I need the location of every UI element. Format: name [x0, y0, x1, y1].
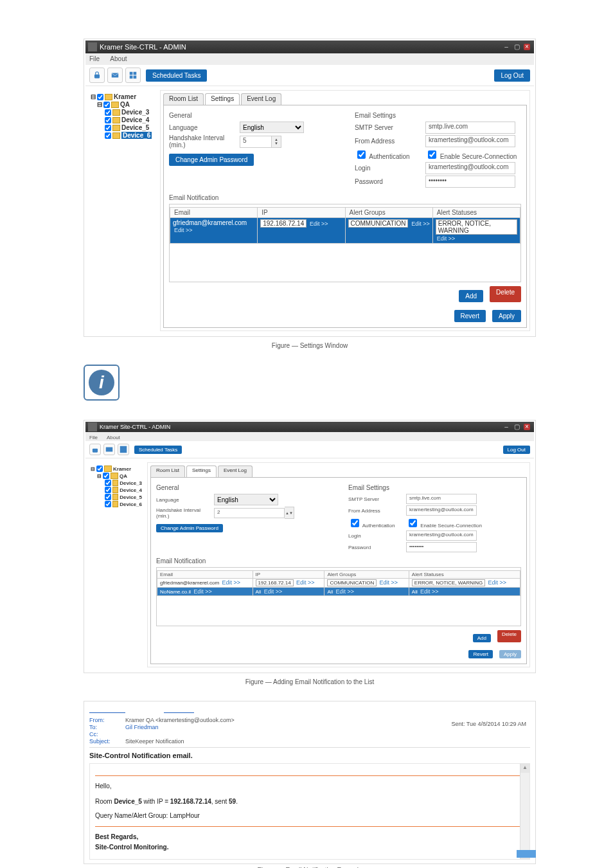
logout-button[interactable]: Log Out: [503, 446, 530, 454]
table-row[interactable]: gfriedman@kramerel.com Edit >> 192.168.7…: [170, 218, 520, 244]
edit-link[interactable]: Edit >>: [420, 588, 439, 595]
tree-device-5[interactable]: Device_5: [91, 124, 155, 131]
edit-link[interactable]: Edit >>: [336, 588, 355, 595]
edit-link[interactable]: Edit >>: [411, 221, 430, 227]
revert-button[interactable]: Revert: [468, 650, 493, 658]
change-password-button[interactable]: Change Admin Password: [156, 524, 223, 532]
toolbar-grid-icon[interactable]: [118, 444, 129, 455]
login-input[interactable]: kramertesting@outlook.com: [406, 530, 477, 541]
toolbar-mail-icon[interactable]: [107, 68, 123, 83]
from-input[interactable]: kramertesting@outlook.com: [406, 505, 477, 516]
menu-about[interactable]: About: [107, 435, 120, 440]
edit-link[interactable]: Edit >>: [437, 235, 456, 242]
delete-button[interactable]: Delete: [497, 630, 521, 642]
edit-link[interactable]: Edit >>: [488, 579, 506, 586]
tree-item-checkbox[interactable]: [105, 125, 111, 131]
tree-root-checkbox[interactable]: [97, 94, 103, 100]
tree-device-5[interactable]: Device_5: [91, 494, 142, 500]
language-select[interactable]: English: [214, 494, 278, 505]
tab-room-list[interactable]: Room List: [150, 466, 185, 477]
email-notification-heading: Email Notification: [169, 194, 521, 201]
tree-device-3[interactable]: Device_3: [91, 109, 155, 116]
edit-link[interactable]: Edit >>: [174, 227, 193, 233]
scheduled-tasks-button[interactable]: Scheduled Tasks: [146, 69, 207, 82]
scroll-up-icon[interactable]: ▲: [520, 764, 529, 773]
tree-device-6[interactable]: Device_6: [91, 132, 155, 139]
add-button[interactable]: Add: [459, 290, 483, 302]
maximize-icon[interactable]: ▢: [513, 424, 520, 430]
menu-about[interactable]: About: [110, 55, 127, 62]
password-input[interactable]: ••••••••: [425, 176, 515, 188]
email-regards2: Site-Control Monitoring.: [95, 844, 168, 851]
from-input[interactable]: kramertesting@outlook.com: [425, 135, 515, 147]
handshake-value[interactable]: 2: [214, 508, 285, 518]
table-row[interactable]: NoName.co.il Edit >> All Edit >> All Edi…: [157, 588, 520, 596]
smtp-input[interactable]: smtp.live.com: [425, 122, 515, 134]
minimize-icon[interactable]: –: [503, 44, 510, 50]
change-password-button[interactable]: Change Admin Password: [169, 154, 254, 166]
edit-link[interactable]: Edit >>: [264, 588, 283, 595]
edit-link[interactable]: Edit >>: [310, 221, 328, 227]
tree-device-3[interactable]: Device_3: [91, 480, 142, 486]
col-statuses: Alert Statuses: [432, 208, 520, 218]
tree-item-checkbox[interactable]: [105, 109, 111, 116]
maximize-icon[interactable]: ▢: [513, 44, 520, 50]
tree-group-qa[interactable]: ⊟ QA: [91, 101, 155, 108]
table-row[interactable]: gfriedman@kramerel.com Edit >> 192.168.7…: [157, 579, 520, 588]
edit-link[interactable]: Edit >>: [296, 579, 315, 586]
menu-file[interactable]: File: [89, 435, 98, 440]
handshake-spinner[interactable]: ▲▼: [285, 507, 294, 519]
tree-group-checkbox[interactable]: [103, 102, 110, 108]
close-icon[interactable]: ×: [524, 44, 530, 50]
password-input[interactable]: ••••••••: [406, 542, 477, 552]
tree-device-4[interactable]: Device_4: [91, 487, 142, 493]
delete-button[interactable]: Delete: [490, 286, 521, 302]
add-button[interactable]: Add: [473, 634, 491, 642]
secure-connection-checkbox[interactable]: [409, 519, 417, 527]
toolbar-mail-icon[interactable]: [103, 444, 115, 455]
tree-device-6[interactable]: Device_6: [91, 501, 142, 507]
tree-root[interactable]: ⊟ Kramer: [91, 93, 155, 100]
toolbar-lock-icon[interactable]: [89, 68, 105, 83]
edit-link[interactable]: Edit >>: [193, 588, 212, 595]
logout-button[interactable]: Log Out: [494, 69, 530, 82]
tree-item-checkbox[interactable]: [105, 117, 111, 123]
tree-item-checkbox[interactable]: [105, 132, 111, 139]
handshake-spinner[interactable]: ▲▼: [272, 136, 281, 148]
notification-table: Email IP Alert Groups Alert Statuses gfr…: [170, 207, 520, 244]
toolbar-lock-icon[interactable]: [89, 444, 101, 455]
general-heading: General: [169, 112, 335, 119]
tree-root[interactable]: ⊟ Kramer: [91, 466, 142, 472]
tab-settings[interactable]: Settings: [186, 466, 217, 477]
edit-link[interactable]: Edit >>: [379, 579, 398, 586]
smtp-input[interactable]: smtp.live.com: [406, 494, 477, 504]
secure-connection-checkbox[interactable]: [428, 150, 436, 159]
tab-event-log[interactable]: Event Log: [218, 466, 253, 477]
email-scrollbar[interactable]: ▲ ▼: [520, 764, 529, 859]
authentication-checkbox[interactable]: [357, 150, 366, 159]
tab-event-log[interactable]: Event Log: [241, 93, 281, 105]
apply-button[interactable]: Apply: [492, 310, 521, 322]
tree-device-4[interactable]: Device_4: [91, 116, 155, 123]
revert-button[interactable]: Revert: [454, 310, 486, 322]
email-regards1: Best Regards,: [95, 833, 138, 840]
language-select[interactable]: English: [240, 122, 304, 133]
menu-file[interactable]: File: [89, 55, 100, 62]
email-top-link[interactable]: [89, 705, 125, 713]
app-logo-icon: [88, 42, 97, 51]
login-input[interactable]: kramertesting@outlook.com: [425, 162, 515, 174]
edit-link[interactable]: Edit >>: [222, 579, 240, 586]
close-icon[interactable]: ×: [524, 424, 530, 430]
email-line1: Room Device_5 with IP = 192.168.72.14, s…: [95, 797, 524, 807]
minimize-icon[interactable]: –: [503, 424, 510, 430]
toolbar-grid-icon[interactable]: [125, 68, 141, 83]
scheduled-tasks-button[interactable]: Scheduled Tasks: [134, 446, 182, 454]
authentication-checkbox[interactable]: [351, 519, 359, 527]
tree-group-qa[interactable]: ⊟ QA: [91, 473, 142, 479]
apply-button[interactable]: Apply: [499, 650, 521, 658]
email-top-link[interactable]: [164, 705, 194, 713]
handshake-value[interactable]: 5: [240, 136, 272, 148]
tab-room-list[interactable]: Room List: [163, 93, 204, 105]
tab-settings[interactable]: Settings: [205, 93, 240, 105]
svg-rect-5: [134, 76, 137, 79]
